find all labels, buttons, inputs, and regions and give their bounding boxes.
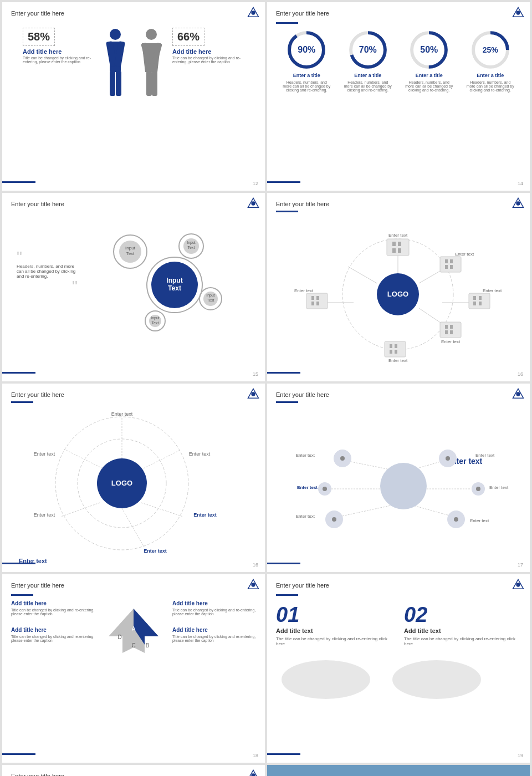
svg-line-109: [61, 503, 100, 517]
svg-point-2: [110, 29, 121, 40]
svg-point-8: [146, 29, 157, 40]
svg-rect-79: [450, 330, 453, 334]
svg-text:LOGO: LOGO: [387, 290, 408, 298]
svg-text:Text: Text: [152, 321, 159, 325]
donut-desc-4: Headers, numbers, and more can all be ch…: [466, 80, 515, 92]
svg-point-135: [323, 487, 327, 491]
slide-8-title: Enter your title here: [276, 582, 521, 589]
svg-rect-83: [395, 344, 397, 348]
donut-label-1: 90%: [298, 45, 315, 55]
s8-text-2: The title can be changed by clicking and…: [404, 636, 521, 646]
svg-rect-72: [473, 302, 476, 305]
slide-2-title: Enter your title here: [276, 10, 521, 17]
svg-text:D: D: [117, 634, 121, 640]
s8-text-1: The title can be changed by clicking and…: [276, 636, 393, 646]
svg-rect-78: [445, 330, 448, 334]
svg-point-148: [392, 660, 481, 699]
slide-number-4: 16: [518, 371, 523, 377]
svg-text:Input: Input: [166, 277, 182, 284]
slide-3-title: Enter your title here: [11, 201, 256, 207]
s7-title-4: Add title here: [172, 627, 256, 633]
slide-7-title: Enter your title here: [11, 582, 256, 589]
svg-rect-13: [152, 71, 157, 96]
svg-rect-63: [440, 257, 461, 272]
svg-rect-12: [146, 71, 152, 96]
svg-line-56: [348, 267, 377, 283]
slide-10: Presenter: CollegePPT Instructor: Mr.Lu …: [267, 765, 530, 776]
svg-point-1: [251, 11, 255, 14]
svg-text:Enter text: Enter text: [483, 288, 502, 293]
slide-5: Enter your title here LOGO: [2, 384, 265, 572]
svg-text:Enter text: Enter text: [475, 453, 495, 458]
svg-text:Input: Input: [206, 293, 215, 298]
donut-label-3: 50%: [420, 45, 438, 55]
svg-text:Enter text: Enter text: [489, 485, 509, 490]
slide-2: Enter your title here: [267, 2, 530, 191]
svg-text:Enter text: Enter text: [111, 411, 133, 417]
svg-rect-85: [395, 350, 397, 354]
svg-text:C: C: [131, 642, 135, 649]
s8-title-2: Add title text: [404, 627, 521, 634]
svg-rect-88: [311, 296, 314, 300]
donut-container-3: 50%: [410, 30, 448, 69]
logo-icon-6: [512, 388, 524, 400]
svg-rect-65: [450, 259, 453, 263]
gears-diagram: Input Text Input Text Input Text: [89, 213, 233, 335]
donut-container-4: 25%: [471, 30, 510, 69]
svg-rect-87: [306, 293, 328, 309]
slide-5-title: Enter your title here: [11, 391, 256, 398]
donut-1: 90% Enter a title Headers, numbers, and …: [282, 30, 331, 92]
slide-9-title: Enter your title here: [11, 773, 256, 776]
svg-text:Enter text: Enter text: [34, 451, 55, 457]
svg-text:Enter text: Enter text: [294, 288, 314, 293]
accent-bar-8: [267, 753, 300, 755]
s7-text-4: Title can be changed by clicking and re-…: [172, 635, 256, 642]
logo-icon-7: [247, 579, 259, 591]
svg-point-15: [516, 11, 520, 14]
quote-text: Headers, numbers, and more can all be ch…: [17, 264, 78, 279]
svg-text:Text: Text: [168, 284, 181, 292]
svg-rect-75: [440, 322, 461, 338]
slide-9: Enter your title here: [2, 765, 265, 776]
slide-4-title: Enter your title here: [276, 201, 521, 207]
slide-6: Enter your title here: [267, 384, 530, 572]
svg-text:B: B: [146, 642, 150, 649]
logo-icon-3: [247, 197, 259, 210]
svg-rect-60: [392, 248, 396, 253]
svg-point-94: [251, 392, 255, 396]
quote-open: ": [17, 253, 78, 261]
donut-desc-3: Headers, numbers, and more can all be ch…: [404, 80, 454, 92]
accent-bar-7: [2, 753, 35, 755]
svg-line-106: [144, 450, 180, 468]
slide-number-6: 17: [518, 562, 523, 568]
svg-text:Text: Text: [126, 251, 135, 256]
svg-rect-71: [479, 296, 482, 300]
svg-text:Enter text: Enter text: [441, 339, 461, 344]
accent-bar-1: [2, 181, 35, 183]
donut-desc-2: Headers, numbers, and more can all be ch…: [343, 80, 393, 92]
slide-1: Enter your title here 58% Add title here…: [2, 2, 265, 191]
svg-rect-59: [398, 242, 401, 246]
svg-point-150: [251, 773, 255, 776]
slide-number-5: 16: [253, 562, 258, 568]
logo-icon-4: [512, 197, 524, 210]
s7-text-2: Title can be changed by clicking and re-…: [172, 608, 256, 616]
slide-7: Enter your title here Add title here Tit…: [2, 574, 265, 763]
donut-2: 70% Enter a title Headers, numbers, and …: [343, 30, 393, 92]
map-shape-1: [276, 657, 376, 702]
s7-text-1: Title can be changed by clicking and re-…: [11, 608, 95, 616]
slide-4: Enter your title here LOGO: [267, 193, 530, 381]
slide-1-title: Enter your title here: [11, 10, 256, 17]
donut-title-2: Enter a title: [343, 73, 393, 78]
slide-number-7: 18: [253, 753, 258, 758]
logo-icon-9: [247, 769, 259, 776]
svg-rect-91: [316, 302, 319, 305]
svg-text:LOGO: LOGO: [111, 479, 132, 487]
svg-line-107: [141, 503, 183, 517]
svg-text:Enter text: Enter text: [296, 453, 315, 458]
svg-rect-64: [445, 259, 448, 263]
donut-container-1: 90%: [287, 30, 326, 69]
svg-text:A: A: [132, 626, 136, 632]
svg-text:Input: Input: [151, 316, 160, 320]
svg-rect-57: [387, 239, 409, 256]
